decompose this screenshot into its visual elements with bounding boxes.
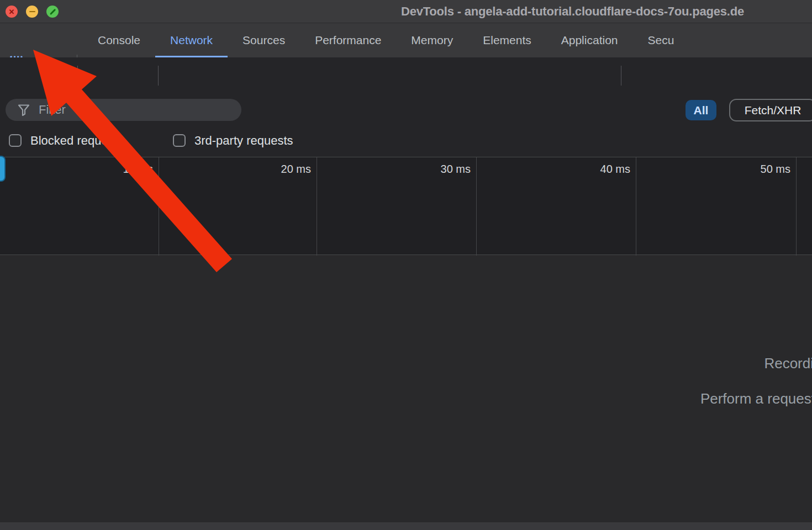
filter-bar-secondary: Blocked requests 3rd-party requests — [0, 126, 812, 157]
blocked-requests-checkbox[interactable] — [9, 134, 22, 147]
tab-sources[interactable]: Sources — [228, 23, 300, 57]
timeline-tick-label: 10 ms — [92, 163, 153, 176]
third-party-requests-checkbox[interactable] — [173, 134, 186, 147]
timeline-tick-label: 20 ms — [250, 163, 311, 176]
timeline-divider — [159, 157, 159, 256]
filter-input[interactable] — [39, 103, 221, 117]
close-icon[interactable]: ✕ — [6, 6, 18, 18]
separator — [158, 66, 159, 86]
tab-security[interactable]: Secu — [632, 23, 689, 57]
empty-state-hint-text: Perform a request — [700, 390, 812, 407]
tab-memory[interactable]: Memory — [396, 23, 468, 57]
timeline-tick-label: 30 ms — [410, 163, 471, 176]
request-type-fetch-xhr-button[interactable]: Fetch/XHR — [729, 99, 812, 121]
timeline-divider — [476, 157, 477, 256]
request-type-all-button[interactable]: All — [686, 100, 716, 120]
filter-input-container — [6, 99, 241, 121]
separator — [621, 66, 621, 86]
requests-empty-area: Recordi Perform a request — [0, 256, 812, 530]
tab-console[interactable]: Console — [83, 23, 155, 57]
separator — [77, 66, 78, 86]
tab-performance[interactable]: Performance — [300, 23, 396, 57]
network-overview-timeline[interactable]: 10 ms 20 ms 30 ms 40 ms 50 ms — [0, 157, 812, 255]
timeline-divider — [796, 157, 797, 256]
timeline-edge-handle[interactable] — [0, 156, 6, 182]
network-toolbar: Preserve log Disable cache No throttling — [0, 57, 812, 94]
panel-tabs: Console Network Sources Performance Memo… — [83, 23, 689, 57]
tab-elements[interactable]: Elements — [468, 23, 546, 57]
timeline-tick-label: 50 ms — [730, 163, 790, 176]
devtools-window: ✕ DevTools - angela-add-tutorial.cloudfl… — [0, 0, 812, 530]
window-title: DevTools - angela-add-tutorial.cloudflar… — [401, 4, 744, 19]
timeline-divider — [636, 157, 636, 256]
third-party-requests-label: 3rd-party requests — [194, 134, 293, 148]
devtools-tabbar: Console Network Sources Performance Memo… — [0, 23, 812, 57]
empty-state-recording-text: Recordi — [764, 355, 812, 372]
minimize-icon[interactable] — [26, 6, 38, 18]
funnel-icon — [18, 104, 30, 116]
filter-bar: Invert Hide data URLs Hide extension URL… — [0, 94, 812, 126]
blocked-requests-label: Blocked requests — [30, 134, 124, 148]
tab-application[interactable]: Application — [546, 23, 633, 57]
titlebar: ✕ DevTools - angela-add-tutorial.cloudfl… — [0, 0, 812, 23]
timeline-divider — [317, 157, 317, 256]
timeline-tick-label: 40 ms — [570, 163, 630, 176]
tab-network[interactable]: Network — [155, 23, 228, 57]
zoom-icon[interactable] — [46, 6, 59, 18]
window-bottom-strip — [0, 522, 812, 530]
